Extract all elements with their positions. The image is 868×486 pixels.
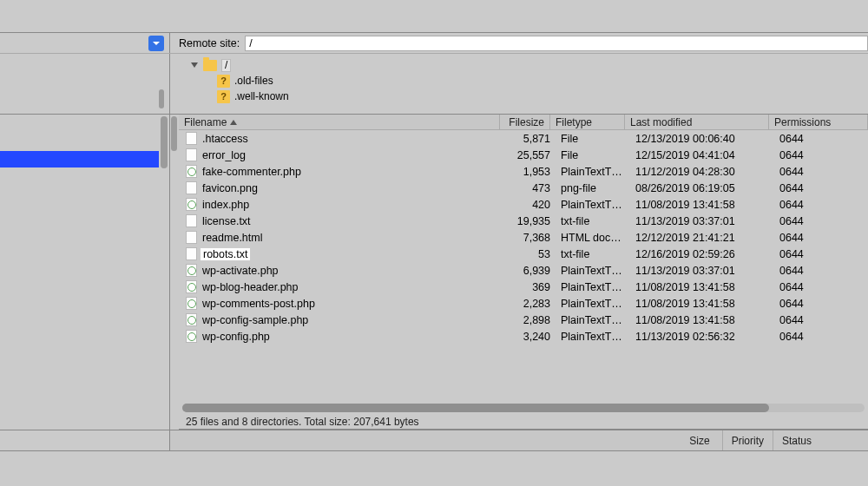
file-size: 2,898 [505,314,556,326]
queue-left-spacer [0,430,170,450]
file-size: 5,871 [505,133,556,145]
header-modified-label: Last modified [630,116,692,128]
queue-columns: Size Priority Status [170,430,868,450]
file-type: PlainTextT… [556,331,630,343]
folder-icon [203,60,217,71]
file-size: 2,283 [505,298,556,310]
disclosure-triangle-icon[interactable] [191,62,198,68]
queue-col-size[interactable]: Size [681,430,721,450]
file-type: File [556,149,630,161]
header-filesize[interactable]: Filesize [500,115,550,129]
remote-list-scrollbar[interactable] [170,115,179,430]
file-name: error_log [202,149,246,161]
file-size: 3,240 [505,331,556,343]
file-size: 1,953 [505,166,556,178]
header-permissions[interactable]: Permissions [769,115,868,129]
php-file-icon [186,280,197,293]
local-tree-scrollbar[interactable] [159,89,164,108]
local-scroll-thumb[interactable] [161,116,168,168]
file-icon [186,132,197,145]
tree-item-label: .old-files [234,75,273,87]
local-scrollbar[interactable] [161,116,168,428]
file-row[interactable]: wp-comments-post.php2,283PlainTextT…11/0… [184,295,868,312]
tree-item[interactable]: ? .well-known [179,89,859,104]
local-tree-area [0,54,170,114]
local-file-list[interactable] [0,115,170,430]
header-filetype[interactable]: Filetype [550,115,625,129]
column-headers: Filename Filesize Filetype Last modified… [179,115,868,130]
local-site-area [0,33,170,53]
file-icon [186,148,197,161]
header-filename-label: Filename [184,116,227,128]
file-row[interactable]: index.php420PlainTextT…11/08/2019 13:41:… [184,196,868,213]
file-row[interactable]: wp-config-sample.php2,898PlainTextT…11/0… [184,312,868,328]
file-name: wp-config-sample.php [202,314,308,326]
file-size: 53 [505,248,556,260]
header-modified[interactable]: Last modified [625,115,769,129]
file-permissions: 0644 [774,215,868,227]
file-permissions: 0644 [774,331,868,343]
file-icon [186,181,197,194]
file-type: png-file [556,182,630,194]
file-row[interactable]: wp-blog-header.php369PlainTextT…11/08/20… [184,279,868,295]
file-row[interactable]: error_log25,557File12/15/2019 04:41:0406… [184,147,868,163]
file-modified: 11/13/2019 02:56:32 [630,331,774,343]
file-permissions: 0644 [774,149,868,161]
unknown-folder-icon: ? [217,75,230,88]
file-modified: 12/15/2019 04:41:04 [630,149,774,161]
remote-site-label: Remote site: [179,37,240,49]
header-filesize-label: Filesize [509,116,544,128]
file-row[interactable]: favicon.png473png-file08/26/2019 06:19:0… [184,180,868,196]
horizontal-scrollbar[interactable] [179,402,868,414]
php-file-icon [186,198,197,211]
hscroll-thumb[interactable] [182,404,769,412]
tree-root[interactable]: / [179,57,859,73]
remote-path-input[interactable] [245,36,868,51]
queue-body[interactable] [0,451,868,486]
php-file-icon [186,313,197,326]
file-modified: 08/26/2019 06:19:05 [630,182,774,194]
queue-col-priority[interactable]: Priority [722,430,773,450]
header-filename[interactable]: Filename [179,115,500,129]
tree-item[interactable]: ? .old-files [179,73,859,89]
file-size: 420 [505,199,556,211]
file-type: File [556,133,630,145]
queue-col-status[interactable]: Status [773,430,833,450]
remote-tree[interactable]: / ? .old-files ? .well-known [170,54,868,114]
file-lists-row: Filename Filesize Filetype Last modified… [0,115,868,430]
tree-root-label: / [221,59,231,72]
file-icon [186,231,197,244]
file-type: txt-file [556,248,630,260]
file-row[interactable]: readme.html7,368HTML doc…12/12/2019 21:4… [184,229,868,246]
file-row[interactable]: wp-config.php3,240PlainTextT…11/13/2019 … [184,328,868,345]
file-size: 6,939 [505,265,556,277]
toolbar-spacer [0,0,868,33]
file-row[interactable]: fake-commenter.php1,953PlainTextT…11/12/… [184,163,868,180]
file-size: 7,368 [505,232,556,244]
file-row[interactable]: robots.txt53txt-file12/16/2019 02:59:260… [184,246,868,262]
file-name: wp-activate.php [202,265,279,277]
file-row[interactable]: wp-activate.php6,939PlainTextT…11/13/201… [184,262,868,279]
file-name: robots.txt [200,247,251,261]
local-selected-row[interactable] [0,151,159,167]
remote-scroll-thumb[interactable] [171,116,177,151]
file-permissions: 0644 [774,281,868,293]
file-permissions: 0644 [774,199,868,211]
file-name: wp-comments-post.php [202,298,315,310]
file-row[interactable]: license.txt19,935txt-file11/13/2019 03:3… [184,213,868,229]
remote-site-row: Remote site: [0,33,868,54]
chevron-down-icon [152,39,161,48]
php-file-icon [186,297,197,310]
remote-status-line: 25 files and 8 directories. Total size: … [179,414,868,430]
header-permissions-label: Permissions [774,116,831,128]
unknown-folder-icon: ? [217,90,230,103]
file-name: wp-config.php [202,331,270,343]
remote-file-rows[interactable]: .htaccess5,871File12/13/2019 00:06:40064… [179,130,868,402]
file-modified: 11/13/2019 03:37:01 [630,265,774,277]
file-row[interactable]: .htaccess5,871File12/13/2019 00:06:40064… [184,130,868,147]
file-type: PlainTextT… [556,314,630,326]
file-modified: 11/13/2019 03:37:01 [630,215,774,227]
history-dropdown-button[interactable] [148,36,164,51]
file-type: PlainTextT… [556,199,630,211]
file-name: favicon.png [202,182,258,194]
